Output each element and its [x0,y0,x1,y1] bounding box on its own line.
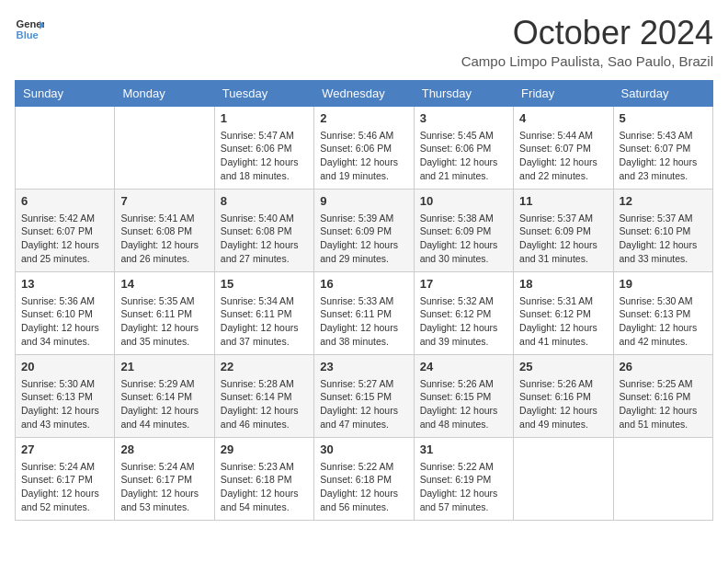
day-number: 24 [420,359,507,375]
day-number: 18 [519,276,607,293]
calendar-cell: 9Sunrise: 5:39 AM Sunset: 6:09 PM Daylig… [314,189,414,271]
day-number: 26 [620,359,707,375]
logo: General Blue [15,15,44,44]
calendar-cell: 22Sunrise: 5:28 AM Sunset: 6:14 PM Dayli… [214,354,313,437]
month-title: October 2024 [461,15,713,52]
calendar-cell: 8Sunrise: 5:40 AM Sunset: 6:08 PM Daylig… [214,189,313,271]
calendar-cell [16,106,115,189]
calendar-cell: 30Sunrise: 5:22 AM Sunset: 6:18 PM Dayli… [314,437,414,520]
day-number: 23 [320,359,407,375]
col-header-wednesday: Wednesday [314,80,414,106]
day-number: 11 [519,193,607,210]
calendar-cell: 28Sunrise: 5:24 AM Sunset: 6:17 PM Dayli… [115,437,214,520]
day-number: 13 [21,276,108,293]
cell-info: Sunrise: 5:22 AM Sunset: 6:18 PM Dayligh… [320,460,407,514]
day-number: 29 [221,442,308,458]
calendar-cell: 10Sunrise: 5:38 AM Sunset: 6:09 PM Dayli… [414,189,513,271]
calendar-cell: 7Sunrise: 5:41 AM Sunset: 6:08 PM Daylig… [115,189,214,271]
day-number: 21 [120,359,208,375]
cell-info: Sunrise: 5:31 AM Sunset: 6:12 PM Dayligh… [519,294,607,349]
calendar-cell: 13Sunrise: 5:36 AM Sunset: 6:10 PM Dayli… [16,271,115,354]
day-number: 31 [420,442,507,458]
cell-info: Sunrise: 5:24 AM Sunset: 6:17 PM Dayligh… [120,460,208,514]
day-number: 5 [620,110,707,127]
calendar-cell: 12Sunrise: 5:37 AM Sunset: 6:10 PM Dayli… [613,189,712,271]
page-header: General Blue October 2024 Campo Limpo Pa… [15,15,713,69]
cell-info: Sunrise: 5:39 AM Sunset: 6:09 PM Dayligh… [320,212,407,266]
day-number: 17 [420,276,507,293]
cell-info: Sunrise: 5:40 AM Sunset: 6:08 PM Dayligh… [221,212,308,266]
calendar-cell: 26Sunrise: 5:25 AM Sunset: 6:16 PM Dayli… [613,354,712,437]
day-number: 14 [120,276,208,293]
cell-info: Sunrise: 5:33 AM Sunset: 6:11 PM Dayligh… [320,294,407,349]
day-number: 6 [21,193,108,210]
calendar-cell: 14Sunrise: 5:35 AM Sunset: 6:11 PM Dayli… [115,271,214,354]
day-number: 10 [420,193,507,210]
cell-info: Sunrise: 5:30 AM Sunset: 6:13 PM Dayligh… [620,294,707,349]
logo-icon: General Blue [15,15,44,44]
cell-info: Sunrise: 5:46 AM Sunset: 6:06 PM Dayligh… [320,129,407,183]
cell-info: Sunrise: 5:36 AM Sunset: 6:10 PM Dayligh… [21,294,108,349]
day-number: 12 [620,193,707,210]
cell-info: Sunrise: 5:25 AM Sunset: 6:16 PM Dayligh… [620,377,707,431]
title-block: October 2024 Campo Limpo Paulista, Sao P… [461,15,713,69]
day-number: 4 [519,110,607,127]
cell-info: Sunrise: 5:23 AM Sunset: 6:18 PM Dayligh… [221,460,308,514]
day-number: 7 [120,193,208,210]
col-header-sunday: Sunday [16,80,115,106]
calendar-cell [514,437,613,520]
calendar-cell: 3Sunrise: 5:45 AM Sunset: 6:06 PM Daylig… [414,106,513,189]
week-row-3: 13Sunrise: 5:36 AM Sunset: 6:10 PM Dayli… [16,271,713,354]
col-header-saturday: Saturday [613,80,712,106]
week-row-2: 6Sunrise: 5:42 AM Sunset: 6:07 PM Daylig… [16,189,713,271]
day-number: 8 [221,193,308,210]
day-number: 30 [320,442,407,458]
col-header-monday: Monday [115,80,214,106]
cell-info: Sunrise: 5:30 AM Sunset: 6:13 PM Dayligh… [21,377,108,431]
calendar-cell: 11Sunrise: 5:37 AM Sunset: 6:09 PM Dayli… [514,189,613,271]
cell-info: Sunrise: 5:37 AM Sunset: 6:10 PM Dayligh… [620,212,707,266]
calendar-cell: 1Sunrise: 5:47 AM Sunset: 6:06 PM Daylig… [214,106,313,189]
day-number: 15 [221,276,308,293]
cell-info: Sunrise: 5:47 AM Sunset: 6:06 PM Dayligh… [221,129,308,183]
calendar-cell [613,437,712,520]
calendar-cell: 5Sunrise: 5:43 AM Sunset: 6:07 PM Daylig… [613,106,712,189]
calendar-cell: 29Sunrise: 5:23 AM Sunset: 6:18 PM Dayli… [214,437,313,520]
day-number: 9 [320,193,407,210]
header-row: SundayMondayTuesdayWednesdayThursdayFrid… [16,80,713,106]
week-row-1: 1Sunrise: 5:47 AM Sunset: 6:06 PM Daylig… [16,106,713,189]
calendar-cell: 18Sunrise: 5:31 AM Sunset: 6:12 PM Dayli… [514,271,613,354]
week-row-4: 20Sunrise: 5:30 AM Sunset: 6:13 PM Dayli… [16,354,713,437]
calendar-cell: 24Sunrise: 5:26 AM Sunset: 6:15 PM Dayli… [414,354,513,437]
day-number: 19 [620,276,707,293]
cell-info: Sunrise: 5:43 AM Sunset: 6:07 PM Dayligh… [620,129,707,183]
cell-info: Sunrise: 5:26 AM Sunset: 6:15 PM Dayligh… [420,377,507,431]
cell-info: Sunrise: 5:28 AM Sunset: 6:14 PM Dayligh… [221,377,308,431]
col-header-friday: Friday [514,80,613,106]
calendar-cell: 25Sunrise: 5:26 AM Sunset: 6:16 PM Dayli… [514,354,613,437]
day-number: 22 [221,359,308,375]
day-number: 3 [420,110,507,127]
calendar-cell: 17Sunrise: 5:32 AM Sunset: 6:12 PM Dayli… [414,271,513,354]
cell-info: Sunrise: 5:26 AM Sunset: 6:16 PM Dayligh… [519,377,607,431]
cell-info: Sunrise: 5:42 AM Sunset: 6:07 PM Dayligh… [21,212,108,266]
cell-info: Sunrise: 5:41 AM Sunset: 6:08 PM Dayligh… [120,212,208,266]
calendar-cell: 15Sunrise: 5:34 AM Sunset: 6:11 PM Dayli… [214,271,313,354]
day-number: 20 [21,359,108,375]
cell-info: Sunrise: 5:35 AM Sunset: 6:11 PM Dayligh… [120,294,208,349]
calendar-cell: 6Sunrise: 5:42 AM Sunset: 6:07 PM Daylig… [16,189,115,271]
cell-info: Sunrise: 5:45 AM Sunset: 6:06 PM Dayligh… [420,129,507,183]
cell-info: Sunrise: 5:37 AM Sunset: 6:09 PM Dayligh… [519,212,607,266]
calendar-cell: 16Sunrise: 5:33 AM Sunset: 6:11 PM Dayli… [314,271,414,354]
cell-info: Sunrise: 5:22 AM Sunset: 6:19 PM Dayligh… [420,460,507,514]
calendar-cell: 27Sunrise: 5:24 AM Sunset: 6:17 PM Dayli… [16,437,115,520]
col-header-tuesday: Tuesday [214,80,313,106]
day-number: 2 [320,110,407,127]
week-row-5: 27Sunrise: 5:24 AM Sunset: 6:17 PM Dayli… [16,437,713,520]
calendar-cell: 2Sunrise: 5:46 AM Sunset: 6:06 PM Daylig… [314,106,414,189]
cell-info: Sunrise: 5:27 AM Sunset: 6:15 PM Dayligh… [320,377,407,431]
calendar-cell: 19Sunrise: 5:30 AM Sunset: 6:13 PM Dayli… [613,271,712,354]
calendar-cell: 20Sunrise: 5:30 AM Sunset: 6:13 PM Dayli… [16,354,115,437]
calendar-cell: 4Sunrise: 5:44 AM Sunset: 6:07 PM Daylig… [514,106,613,189]
calendar-cell: 31Sunrise: 5:22 AM Sunset: 6:19 PM Dayli… [414,437,513,520]
